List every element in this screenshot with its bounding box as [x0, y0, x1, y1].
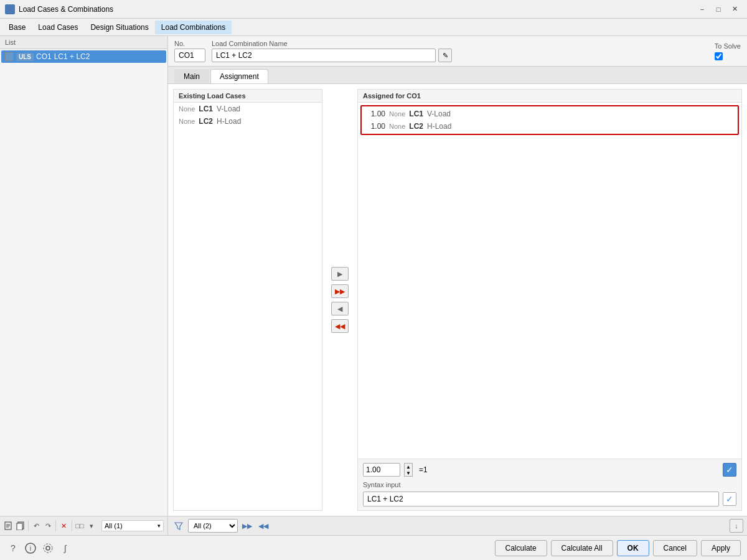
status-bar: ? i ∫ Calculate Calculate All OK Cancel …: [0, 535, 747, 560]
toggle1-button[interactable]: □□: [75, 519, 85, 533]
ok-button[interactable]: OK: [617, 540, 649, 556]
filter-button[interactable]: [172, 519, 186, 533]
list-toolbar: ↶ ↷ ✕ □□ ▾ All (1) ▾: [0, 516, 167, 535]
move-right-button[interactable]: ▶: [331, 267, 349, 281]
menu-bar: Base Load Cases Design Situations Load C…: [0, 19, 747, 36]
list-item-number: CO1: [36, 52, 52, 61]
left-panel: List ULS CO1 LC1 + LC2 ↶ ↷: [0, 36, 168, 535]
move-all-right-button[interactable]: ▶▶: [331, 284, 349, 298]
filter-chevron: ▾: [157, 523, 161, 529]
load-cases-panel: Existing Load Cases None LC1 V-Load None…: [173, 89, 322, 511]
redo-button[interactable]: ↷: [43, 519, 54, 533]
bottom-filter-bar: All (2) ▶▶ ◀◀ ↓: [168, 516, 747, 535]
title-bar: Load Cases & Combinations − □ ✕: [0, 0, 747, 19]
formula-icon[interactable]: ∫: [59, 541, 72, 555]
factor-spin-down[interactable]: ▼: [405, 470, 412, 476]
list-area: ULS CO1 LC1 + LC2: [0, 49, 167, 516]
action-buttons: Calculate Calculate All OK Cancel Apply: [495, 540, 741, 556]
filter-collapse-button[interactable]: ◀◀: [256, 519, 270, 533]
eq-label: =1: [416, 464, 430, 475]
menu-design-situations[interactable]: Design Situations: [84, 21, 154, 34]
to-solve-group: To Solve: [715, 42, 741, 60]
new-button[interactable]: [4, 519, 14, 533]
svg-point-10: [44, 544, 52, 553]
cancel-button[interactable]: Cancel: [653, 540, 697, 556]
color-box: [5, 52, 14, 61]
tab-main[interactable]: Main: [174, 69, 209, 83]
table-row[interactable]: 1.00 None LC2 H-Load: [362, 120, 738, 133]
move-all-left-button[interactable]: ◀◀: [331, 319, 349, 333]
minimize-button[interactable]: −: [695, 3, 710, 16]
name-field[interactable]: [212, 49, 436, 62]
assigned-highlighted-group: 1.00 None LC1 V-Load 1.00 None LC2 H-Loa…: [360, 105, 739, 135]
app-icon: [5, 4, 15, 14]
list-item[interactable]: None LC1 V-Load: [174, 103, 322, 115]
toggle2-button[interactable]: ▾: [86, 519, 96, 533]
apply-button[interactable]: Apply: [701, 540, 741, 556]
help-icon[interactable]: ?: [6, 541, 20, 555]
name-group: Load Combination Name ✎: [212, 40, 708, 62]
close-button[interactable]: ✕: [727, 3, 742, 16]
assignment-area: Existing Load Cases None LC1 V-Load None…: [168, 84, 747, 516]
svg-point-9: [46, 546, 50, 550]
factor-row: ▲ ▼ =1 ✓: [363, 463, 736, 477]
list-item[interactable]: None LC2 H-Load: [174, 115, 322, 128]
no-group: No.: [174, 40, 205, 62]
list-header: List: [0, 36, 167, 49]
transfer-buttons: ▶ ▶▶ ◀ ◀◀: [327, 89, 352, 511]
calculate-button[interactable]: Calculate: [495, 540, 547, 556]
filter-dropdown[interactable]: All (1) ▾: [101, 520, 164, 531]
factor-spin-up[interactable]: ▲: [405, 464, 412, 470]
uls-badge: ULS: [16, 53, 34, 61]
svg-text:i: i: [30, 544, 31, 552]
tab-assignment[interactable]: Assignment: [210, 69, 268, 83]
download-button[interactable]: ↓: [730, 519, 743, 533]
settings-icon[interactable]: [41, 541, 55, 555]
name-edit-button[interactable]: ✎: [438, 49, 452, 62]
assigned-panel: Assigned for CO1 1.00 None LC1 V-Load 1.…: [357, 89, 742, 511]
syntax-label: Syntax input: [363, 481, 401, 488]
filter-select[interactable]: All (2): [188, 519, 238, 533]
maximize-button[interactable]: □: [711, 3, 726, 16]
list-item-name: LC1 + LC2: [54, 52, 90, 61]
name-label: Load Combination Name: [212, 40, 708, 47]
calculate-all-button[interactable]: Calculate All: [551, 540, 613, 556]
separator-3: [72, 520, 72, 531]
load-cases-list: None LC1 V-Load None LC2 H-Load: [174, 103, 322, 510]
no-label: No.: [174, 40, 205, 47]
menu-load-cases[interactable]: Load Cases: [32, 21, 84, 34]
syntax-row: ✓: [363, 492, 736, 506]
separator-2: [55, 520, 56, 531]
syntax-input[interactable]: [363, 492, 719, 506]
syntax-confirm-button[interactable]: ✓: [723, 492, 736, 506]
svg-rect-5: [17, 523, 22, 530]
factor-input[interactable]: [363, 463, 400, 477]
to-solve-label: To Solve: [715, 42, 741, 50]
copy-button[interactable]: [16, 519, 26, 533]
info-icon[interactable]: i: [24, 541, 37, 555]
filter-expand-button[interactable]: ▶▶: [240, 519, 254, 533]
title-text: Load Cases & Combinations: [19, 5, 113, 14]
tabs-bar: Main Assignment: [168, 67, 747, 84]
no-field[interactable]: [174, 49, 205, 62]
factor-spinner: ▲ ▼: [404, 463, 413, 477]
factor-confirm-button[interactable]: ✓: [723, 463, 736, 477]
separator-1: [28, 520, 29, 531]
to-solve-checkbox[interactable]: [715, 52, 723, 60]
status-icons: ? i ∫: [6, 541, 72, 555]
menu-base[interactable]: Base: [2, 21, 32, 34]
list-item[interactable]: ULS CO1 LC1 + LC2: [1, 50, 166, 63]
right-panel: No. Load Combination Name ✎ To Solve: [168, 36, 747, 535]
filter-text: All (1): [105, 522, 123, 530]
assignment-bottom: ▲ ▼ =1 ✓ Syntax input ✓: [358, 459, 741, 510]
combo-header: No. Load Combination Name ✎ To Solve: [168, 36, 747, 67]
delete-button[interactable]: ✕: [59, 519, 69, 533]
undo-button[interactable]: ↶: [31, 519, 42, 533]
load-cases-header: Existing Load Cases: [174, 90, 322, 103]
assigned-header: Assigned for CO1: [358, 90, 741, 103]
menu-load-combinations[interactable]: Load Combinations: [155, 21, 232, 34]
move-left-button[interactable]: ◀: [331, 302, 349, 315]
table-row[interactable]: 1.00 None LC1 V-Load: [362, 108, 738, 120]
svg-marker-6: [175, 523, 182, 530]
assigned-list: 1.00 None LC1 V-Load 1.00 None LC2 H-Loa…: [358, 103, 741, 459]
